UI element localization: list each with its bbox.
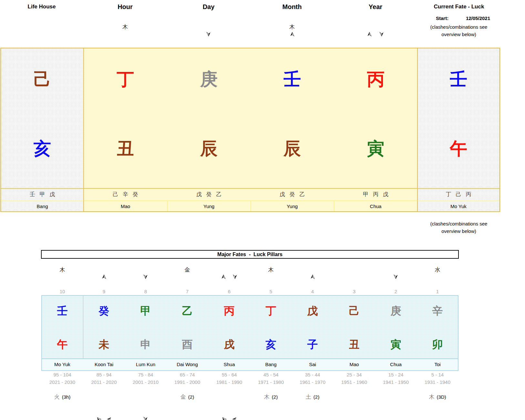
luck-pillar-number: 6 <box>209 288 250 295</box>
pillar-header-life-house: Life House <box>0 3 83 11</box>
clashes-note-top: (clashes/combinations see overview below… <box>411 23 507 38</box>
luck-down-arrow-icon <box>233 275 237 279</box>
luck-pillar-name: Bang <box>250 360 292 369</box>
natal-branch-character: 午 <box>417 135 499 161</box>
luck-element-summary: 木(2) <box>250 393 292 401</box>
major-fates-title: Major Fates - Luck Pillars <box>41 250 459 259</box>
luck-bottom-ne-arrow-icon <box>232 417 237 420</box>
luck-pillar-name: Chua <box>375 360 417 369</box>
luck-pillar-number: 8 <box>125 288 167 295</box>
luck-pillar-year-range: 1951 - 1960 <box>334 379 375 385</box>
pillar-name: Yung <box>251 202 334 212</box>
natal-branch-character: 寅 <box>334 135 417 161</box>
luck-element-summary: 金(2) <box>167 393 208 401</box>
luck-pillar-number: 3 <box>334 288 375 295</box>
luck-branch-character: 午 <box>42 335 83 355</box>
natal-chart-table: 己亥壬 甲 戊Bang丁丑己 辛 癸Mao庚辰戊 癸 乙Yung壬辰戊 癸 乙Y… <box>0 48 500 212</box>
clashes-note-line1: (clashes/combinations see <box>411 220 507 227</box>
luck-pillar-name: Lum Kun <box>125 360 167 369</box>
element-character: 木 <box>264 394 270 400</box>
natal-branch-character: 丑 <box>84 135 167 161</box>
natal-stem-character: 壬 <box>251 66 334 92</box>
luck-pillar-number: 1 <box>417 288 458 295</box>
luck-bottom-down-arrow-icon <box>143 417 148 420</box>
pillar-name: Chua <box>334 202 417 212</box>
luck-stem-character: 甲 <box>125 301 167 321</box>
luck-element-summary: 木(3D) <box>417 393 458 401</box>
hidden-stems: 壬 甲 戊 <box>1 189 84 200</box>
natal-branch-character: 辰 <box>167 135 251 161</box>
natal-stem-character: 壬 <box>417 66 499 92</box>
luck-pillar-age-range: 45 - 54 <box>250 372 292 378</box>
luck-bottom-ne-arrow-icon <box>107 417 112 420</box>
luck-bottom-nw-arrow-icon <box>221 417 226 420</box>
natal-down-arrow-icon <box>379 32 384 36</box>
luck-pillar-age-range: 15 - 24 <box>375 372 417 378</box>
pillar-name: Bang <box>1 202 84 212</box>
natal-down-arrow-icon <box>206 32 211 36</box>
pillar-header-hour: Hour <box>84 3 167 11</box>
luck-pillar-number: 9 <box>83 288 125 295</box>
luck-element-indicator: 木 <box>42 266 83 274</box>
element-count: (3D) <box>437 394 446 400</box>
luck-element-summary: 土(2) <box>292 393 334 401</box>
luck-pillar-name: Dai Wong <box>167 360 208 369</box>
luck-pillar-age-range: 25 - 34 <box>334 372 375 378</box>
pillar-header-current-fate-luck: Current Fate - Luck <box>417 3 501 11</box>
luck-element-summary: 火(3h) <box>42 393 83 401</box>
divider-line <box>1 188 499 189</box>
hidden-stems: 甲 丙 戊 <box>334 189 417 200</box>
clashes-note-line2: overview below) <box>411 227 507 235</box>
natal-up-arrow-icon <box>367 32 372 36</box>
current-pillar-divider-line <box>83 296 83 358</box>
luck-pillar-name: Shua <box>209 360 250 369</box>
luck-pillar-year-range: 1981 - 1990 <box>209 379 250 385</box>
luck-pillar-year-range: 1941 - 1950 <box>375 379 417 385</box>
luck-pillar-year-range: 1931 - 1940 <box>417 379 458 385</box>
natal-element-indicator: 木 <box>251 23 334 31</box>
luck-pillar-age-range: 5 - 14 <box>417 372 458 378</box>
luck-pillar-number: 10 <box>42 288 83 295</box>
luck-stem-character: 壬 <box>42 301 83 321</box>
luck-element-indicator: 木 <box>250 266 292 274</box>
luck-branch-character: 戌 <box>209 335 250 355</box>
luck-stem-character: 丁 <box>250 301 292 321</box>
luck-up-arrow-icon <box>221 275 226 279</box>
hidden-stems: 戊 癸 乙 <box>167 189 251 200</box>
luck-element-indicator: 金 <box>167 266 208 274</box>
luck-up-arrow-icon <box>102 275 106 279</box>
luck-pillars-table: 壬午Mo Yuk癸未Koon Tai甲申Lum Kun乙酉Dai Wong丙戌S… <box>41 295 458 371</box>
divider-line <box>251 201 251 211</box>
natal-stem-character: 庚 <box>167 66 251 92</box>
start-date: 12/05/2021 <box>466 15 490 22</box>
natal-branch-character: 亥 <box>1 135 84 161</box>
luck-element-indicator: 水 <box>417 266 458 274</box>
luck-branch-character: 酉 <box>167 335 208 355</box>
element-count: (2) <box>272 394 278 400</box>
luck-pillar-year-range: 2011 - 2020 <box>83 379 125 385</box>
element-character: 金 <box>180 394 186 400</box>
natal-stem-character: 己 <box>1 66 84 92</box>
luck-down-arrow-icon <box>394 275 398 279</box>
luck-bottom-nw-arrow-icon <box>96 417 101 420</box>
luck-stem-character: 癸 <box>83 301 125 321</box>
luck-pillar-number: 7 <box>167 288 208 295</box>
divider-line <box>417 48 418 211</box>
luck-down-arrow-icon <box>143 275 148 279</box>
divider-line <box>83 48 84 211</box>
element-character: 火 <box>54 394 60 400</box>
luck-stem-character: 乙 <box>167 301 208 321</box>
pillar-header-year: Year <box>334 3 417 11</box>
luck-pillar-year-range: 2001 - 2010 <box>125 379 167 385</box>
pillar-header-month: Month <box>251 3 334 11</box>
clashes-note-bottom: (clashes/combinations see overview below… <box>411 220 507 235</box>
luck-pillar-number: 5 <box>250 288 292 295</box>
luck-pillar-name: Mo Yuk <box>42 360 83 369</box>
natal-element-indicator: 木 <box>84 23 167 31</box>
luck-pillar-name: Mao <box>334 360 375 369</box>
luck-stem-character: 己 <box>334 301 375 321</box>
natal-stem-character: 丁 <box>84 66 167 92</box>
luck-pillar-age-range: 85 - 94 <box>83 372 125 378</box>
luck-pillar-year-range: 1971 - 1980 <box>250 379 292 385</box>
luck-pillar-name: Toi <box>417 360 458 369</box>
